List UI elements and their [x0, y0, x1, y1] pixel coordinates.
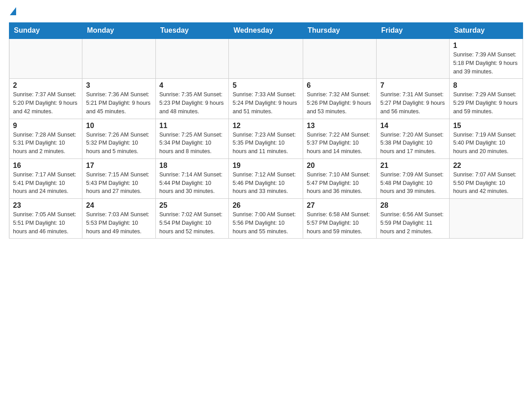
calendar-cell: 21Sunrise: 7:09 AM Sunset: 5:48 PM Dayli… [377, 158, 450, 198]
weekday-header-monday: Monday [82, 23, 155, 39]
day-info: Sunrise: 7:26 AM Sunset: 5:32 PM Dayligh… [86, 131, 151, 156]
calendar-header-row: SundayMondayTuesdayWednesdayThursdayFrid… [9, 23, 523, 39]
calendar-week-row: 23Sunrise: 7:05 AM Sunset: 5:51 PM Dayli… [9, 199, 523, 239]
calendar-cell [377, 39, 450, 79]
day-number: 19 [232, 162, 299, 170]
day-info: Sunrise: 7:31 AM Sunset: 5:27 PM Dayligh… [380, 90, 446, 116]
calendar-cell: 3Sunrise: 7:36 AM Sunset: 5:21 PM Daylig… [82, 79, 155, 119]
day-info: Sunrise: 7:33 AM Sunset: 5:24 PM Dayligh… [232, 90, 299, 116]
calendar-cell: 1Sunrise: 7:39 AM Sunset: 5:18 PM Daylig… [449, 39, 523, 79]
calendar-week-row: 2Sunrise: 7:37 AM Sunset: 5:20 PM Daylig… [9, 79, 523, 119]
day-info: Sunrise: 7:19 AM Sunset: 5:40 PM Dayligh… [453, 131, 519, 156]
calendar-cell: 28Sunrise: 6:56 AM Sunset: 5:59 PM Dayli… [377, 199, 450, 239]
calendar-cell: 14Sunrise: 7:20 AM Sunset: 5:38 PM Dayli… [377, 119, 450, 158]
day-number: 5 [232, 81, 299, 90]
day-number: 28 [380, 201, 446, 210]
calendar-cell [9, 39, 82, 79]
day-info: Sunrise: 7:15 AM Sunset: 5:43 PM Dayligh… [86, 171, 151, 196]
day-info: Sunrise: 7:17 AM Sunset: 5:41 PM Dayligh… [13, 171, 78, 196]
weekday-header-wednesday: Wednesday [229, 23, 303, 39]
day-number: 23 [13, 201, 78, 210]
day-info: Sunrise: 7:20 AM Sunset: 5:38 PM Dayligh… [380, 131, 446, 156]
calendar-cell [82, 39, 155, 79]
weekday-header-thursday: Thursday [303, 23, 377, 39]
calendar-cell: 20Sunrise: 7:10 AM Sunset: 5:47 PM Dayli… [303, 158, 377, 198]
day-number: 27 [307, 201, 373, 210]
page-header [9, 9, 523, 14]
calendar-week-row: 9Sunrise: 7:28 AM Sunset: 5:31 PM Daylig… [9, 119, 523, 158]
day-info: Sunrise: 7:14 AM Sunset: 5:44 PM Dayligh… [159, 171, 225, 196]
day-info: Sunrise: 7:10 AM Sunset: 5:47 PM Dayligh… [307, 171, 373, 196]
day-number: 2 [13, 81, 78, 90]
day-info: Sunrise: 7:03 AM Sunset: 5:53 PM Dayligh… [86, 210, 151, 235]
day-number: 8 [453, 81, 519, 90]
calendar-cell: 8Sunrise: 7:29 AM Sunset: 5:29 PM Daylig… [449, 79, 523, 119]
day-number: 17 [86, 162, 151, 170]
day-number: 7 [380, 81, 446, 90]
day-info: Sunrise: 7:07 AM Sunset: 5:50 PM Dayligh… [453, 171, 519, 196]
day-info: Sunrise: 7:29 AM Sunset: 5:29 PM Dayligh… [453, 90, 519, 116]
day-info: Sunrise: 7:12 AM Sunset: 5:46 PM Dayligh… [232, 171, 299, 196]
calendar-cell: 12Sunrise: 7:23 AM Sunset: 5:35 PM Dayli… [229, 119, 303, 158]
calendar-cell [449, 199, 523, 239]
day-number: 3 [86, 81, 151, 90]
calendar-cell: 11Sunrise: 7:25 AM Sunset: 5:34 PM Dayli… [155, 119, 229, 158]
day-info: Sunrise: 7:25 AM Sunset: 5:34 PM Dayligh… [159, 131, 225, 156]
calendar-cell: 10Sunrise: 7:26 AM Sunset: 5:32 PM Dayli… [82, 119, 155, 158]
day-info: Sunrise: 7:37 AM Sunset: 5:20 PM Dayligh… [13, 90, 78, 116]
day-number: 18 [159, 162, 225, 170]
calendar-cell: 27Sunrise: 6:58 AM Sunset: 5:57 PM Dayli… [303, 199, 377, 239]
calendar-cell: 15Sunrise: 7:19 AM Sunset: 5:40 PM Dayli… [449, 119, 523, 158]
calendar-cell: 2Sunrise: 7:37 AM Sunset: 5:20 PM Daylig… [9, 79, 82, 119]
day-info: Sunrise: 6:56 AM Sunset: 5:59 PM Dayligh… [380, 210, 446, 235]
day-number: 16 [13, 162, 78, 170]
calendar-cell: 18Sunrise: 7:14 AM Sunset: 5:44 PM Dayli… [155, 158, 229, 198]
day-number: 15 [453, 122, 519, 130]
day-info: Sunrise: 7:05 AM Sunset: 5:51 PM Dayligh… [13, 210, 78, 235]
calendar-cell: 25Sunrise: 7:02 AM Sunset: 5:54 PM Dayli… [155, 199, 229, 239]
day-number: 6 [307, 81, 373, 90]
calendar-cell: 19Sunrise: 7:12 AM Sunset: 5:46 PM Dayli… [229, 158, 303, 198]
calendar-cell [229, 39, 303, 79]
calendar-cell: 6Sunrise: 7:32 AM Sunset: 5:26 PM Daylig… [303, 79, 377, 119]
weekday-header-tuesday: Tuesday [155, 23, 229, 39]
day-number: 26 [232, 201, 299, 210]
day-number: 25 [159, 201, 225, 210]
calendar-cell: 24Sunrise: 7:03 AM Sunset: 5:53 PM Dayli… [82, 199, 155, 239]
day-info: Sunrise: 7:39 AM Sunset: 5:18 PM Dayligh… [453, 51, 519, 76]
logo [9, 9, 16, 14]
day-number: 22 [453, 162, 519, 170]
calendar-cell: 9Sunrise: 7:28 AM Sunset: 5:31 PM Daylig… [9, 119, 82, 158]
calendar-week-row: 1Sunrise: 7:39 AM Sunset: 5:18 PM Daylig… [9, 39, 523, 79]
day-info: Sunrise: 7:35 AM Sunset: 5:23 PM Dayligh… [159, 90, 225, 116]
calendar-cell [303, 39, 377, 79]
day-number: 20 [307, 162, 373, 170]
day-info: Sunrise: 7:00 AM Sunset: 5:56 PM Dayligh… [232, 210, 299, 235]
day-info: Sunrise: 7:28 AM Sunset: 5:31 PM Dayligh… [13, 131, 78, 156]
calendar-cell [155, 39, 229, 79]
day-number: 1 [453, 42, 519, 50]
calendar-cell: 17Sunrise: 7:15 AM Sunset: 5:43 PM Dayli… [82, 158, 155, 198]
weekday-header-sunday: Sunday [9, 23, 82, 39]
day-info: Sunrise: 7:36 AM Sunset: 5:21 PM Dayligh… [86, 90, 151, 116]
day-info: Sunrise: 7:32 AM Sunset: 5:26 PM Dayligh… [307, 90, 373, 116]
day-info: Sunrise: 7:02 AM Sunset: 5:54 PM Dayligh… [159, 210, 225, 235]
calendar-cell: 5Sunrise: 7:33 AM Sunset: 5:24 PM Daylig… [229, 79, 303, 119]
day-number: 24 [86, 201, 151, 210]
day-info: Sunrise: 7:22 AM Sunset: 5:37 PM Dayligh… [307, 131, 373, 156]
calendar-table: SundayMondayTuesdayWednesdayThursdayFrid… [9, 22, 523, 239]
day-info: Sunrise: 7:09 AM Sunset: 5:48 PM Dayligh… [380, 171, 446, 196]
day-info: Sunrise: 7:23 AM Sunset: 5:35 PM Dayligh… [232, 131, 299, 156]
day-number: 13 [307, 122, 373, 130]
calendar-cell: 4Sunrise: 7:35 AM Sunset: 5:23 PM Daylig… [155, 79, 229, 119]
day-number: 4 [159, 81, 225, 90]
calendar-cell: 23Sunrise: 7:05 AM Sunset: 5:51 PM Dayli… [9, 199, 82, 239]
day-number: 14 [380, 122, 446, 130]
day-number: 9 [13, 122, 78, 130]
calendar-cell: 13Sunrise: 7:22 AM Sunset: 5:37 PM Dayli… [303, 119, 377, 158]
calendar-cell: 7Sunrise: 7:31 AM Sunset: 5:27 PM Daylig… [377, 79, 450, 119]
day-number: 11 [159, 122, 225, 130]
calendar-cell: 22Sunrise: 7:07 AM Sunset: 5:50 PM Dayli… [449, 158, 523, 198]
calendar-cell: 26Sunrise: 7:00 AM Sunset: 5:56 PM Dayli… [229, 199, 303, 239]
day-number: 10 [86, 122, 151, 130]
